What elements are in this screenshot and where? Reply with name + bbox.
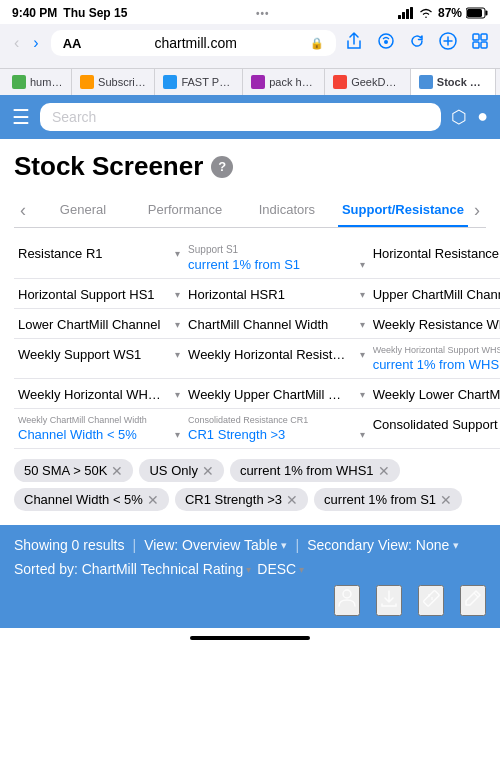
filter-select-11[interactable]: current 1% from WHS1 ▾ bbox=[373, 357, 500, 372]
filter-select-16[interactable]: CR1 Strength >3 ▾ bbox=[188, 427, 365, 442]
chevron-icon-6: ▾ bbox=[175, 319, 180, 330]
tag-remove-3[interactable]: ✕ bbox=[147, 493, 159, 507]
tab-prev-button[interactable]: ‹ bbox=[14, 200, 32, 221]
tag-0[interactable]: 50 SMA > 50K ✕ bbox=[14, 459, 133, 482]
filter-value-0: Resistance R1 bbox=[18, 246, 103, 261]
filter-cell-8: Weekly Resistance WR1 ▾ bbox=[369, 309, 500, 339]
filter-select-10[interactable]: Weekly Horizontal Resistan... ▾ bbox=[188, 347, 365, 362]
home-bar bbox=[190, 636, 310, 640]
profile-icon[interactable]: ● bbox=[477, 106, 488, 128]
filter-select-7[interactable]: ChartMill Channel Width ▾ bbox=[188, 317, 365, 332]
tab-favicon bbox=[251, 75, 265, 89]
filter-select-8[interactable]: Weekly Resistance WR1 ▾ bbox=[373, 317, 500, 332]
cast-icon[interactable]: ⬡ bbox=[451, 106, 467, 128]
reload-button[interactable] bbox=[408, 32, 426, 55]
filter-select-0[interactable]: Resistance R1 ▾ bbox=[18, 246, 180, 261]
edit-button[interactable] bbox=[460, 585, 486, 616]
tag-5[interactable]: current 1% from S1 ✕ bbox=[314, 488, 462, 511]
lock-icon: 🔒 bbox=[310, 37, 324, 50]
tab-packhacker[interactable]: pack hacker... bbox=[243, 69, 325, 95]
tabs-bar: humhub-b Subscription... FAST Pack Li...… bbox=[0, 68, 500, 95]
filter-select-6[interactable]: Lower ChartMill Channel ▾ bbox=[18, 317, 180, 332]
tab-fastpack[interactable]: FAST Pack Li... bbox=[155, 69, 243, 95]
screener-tabs: ‹ General Performance Indicators Support… bbox=[14, 194, 486, 228]
person-icon bbox=[336, 587, 358, 609]
app-topbar: ☰ Search ⬡ ● bbox=[0, 95, 500, 139]
svg-point-16 bbox=[343, 590, 351, 598]
new-tab-button[interactable] bbox=[438, 31, 458, 56]
view-chevron: ▾ bbox=[281, 539, 287, 552]
filter-select-3[interactable]: Horizontal Support HS1 ▾ bbox=[18, 287, 180, 302]
svg-rect-5 bbox=[485, 11, 487, 16]
tag-remove-0[interactable]: ✕ bbox=[111, 464, 123, 478]
filter-value-8: Weekly Resistance WR1 bbox=[373, 317, 500, 332]
tag-remove-4[interactable]: ✕ bbox=[286, 493, 298, 507]
secondary-view-select[interactable]: Secondary View: None ▾ bbox=[307, 537, 459, 553]
tab-stockscreener[interactable]: Stock Scree... bbox=[411, 69, 496, 95]
portfolio-button[interactable] bbox=[334, 585, 360, 616]
filter-select-13[interactable]: Weekly Upper ChartMill Ch... ▾ bbox=[188, 387, 365, 402]
sort-select[interactable]: Sorted by: ChartMill Technical Rating ▾ bbox=[14, 561, 251, 577]
filter-value-7: ChartMill Channel Width bbox=[188, 317, 328, 332]
download-button[interactable] bbox=[376, 585, 402, 616]
filter-label-16: Consolidated Resistance CR1 bbox=[188, 415, 365, 425]
tab-indicators[interactable]: Indicators bbox=[236, 194, 338, 227]
airdrop-button[interactable] bbox=[376, 31, 396, 56]
search-box[interactable]: Search bbox=[40, 103, 441, 131]
filter-value-1: current 1% from S1 bbox=[188, 257, 300, 272]
chevron-icon-3: ▾ bbox=[175, 289, 180, 300]
tab-geekdad[interactable]: GeekDad Re... bbox=[325, 69, 411, 95]
filter-label-1: Support S1 bbox=[188, 244, 365, 255]
back-button[interactable]: ‹ bbox=[10, 32, 23, 54]
filter-select-14[interactable]: Weekly Lower ChartMill Ch... ▾ bbox=[373, 387, 500, 402]
tab-subscription[interactable]: Subscription... bbox=[72, 69, 155, 95]
airdrop-icon bbox=[376, 31, 396, 51]
tag-1[interactable]: US Only ✕ bbox=[139, 459, 223, 482]
chevron-icon-9: ▾ bbox=[175, 349, 180, 360]
filter-select-9[interactable]: Weekly Support WS1 ▾ bbox=[18, 347, 180, 362]
filter-select-17[interactable]: Consolidated Support CS1 ▾ bbox=[373, 417, 500, 432]
tab-support-resistance[interactable]: Support/Resistance bbox=[338, 194, 468, 227]
filter-value-16: CR1 Strength >3 bbox=[188, 427, 285, 442]
wifi-icon bbox=[418, 7, 434, 19]
chevron-icon-4: ▾ bbox=[360, 289, 365, 300]
address-text: chartmill.com bbox=[85, 35, 306, 51]
filter-select-15[interactable]: Channel Width < 5% ▾ bbox=[18, 427, 180, 442]
sort-direction-select[interactable]: DESC ▾ bbox=[257, 561, 304, 577]
tag-3[interactable]: Channel Width < 5% ✕ bbox=[14, 488, 169, 511]
filter-select-1[interactable]: current 1% from S1 ▾ bbox=[188, 257, 365, 272]
sort-chevron: ▾ bbox=[246, 564, 251, 575]
filter-cell-10: Weekly Horizontal Resistan... ▾ bbox=[184, 339, 369, 379]
hamburger-button[interactable]: ☰ bbox=[12, 105, 30, 129]
filter-select-4[interactable]: Horizontal HSR1 ▾ bbox=[188, 287, 365, 302]
tag-2[interactable]: current 1% from WHS1 ✕ bbox=[230, 459, 400, 482]
tag-remove-5[interactable]: ✕ bbox=[440, 493, 452, 507]
topbar-icons: ⬡ ● bbox=[451, 106, 488, 128]
filter-select-12[interactable]: Weekly Horizontal WHSR1 ▾ bbox=[18, 387, 180, 402]
address-bar[interactable]: AA chartmill.com 🔒 bbox=[51, 30, 336, 56]
tab-label: GeekDad Re... bbox=[351, 76, 402, 88]
signal-icon bbox=[398, 7, 414, 19]
status-left: 9:40 PM Thu Sep 15 bbox=[12, 6, 127, 20]
tab-performance[interactable]: Performance bbox=[134, 194, 236, 227]
ruler-icon bbox=[420, 587, 442, 609]
help-button[interactable]: ? bbox=[211, 156, 233, 178]
secondary-chevron: ▾ bbox=[453, 539, 459, 552]
tab-humhub[interactable]: humhub-b bbox=[4, 69, 72, 95]
tag-label-3: Channel Width < 5% bbox=[24, 492, 143, 507]
filter-cell-13: Weekly Upper ChartMill Ch... ▾ bbox=[184, 379, 369, 409]
tag-4[interactable]: CR1 Strength >3 ✕ bbox=[175, 488, 308, 511]
tabs-grid-button[interactable] bbox=[470, 31, 490, 56]
share-button[interactable] bbox=[344, 31, 364, 56]
measure-button[interactable] bbox=[418, 585, 444, 616]
download-icon bbox=[378, 587, 400, 609]
view-select[interactable]: View: Overview Table ▾ bbox=[144, 537, 287, 553]
tag-remove-2[interactable]: ✕ bbox=[378, 464, 390, 478]
filter-select-2[interactable]: Horizontal Resistance HR1 ▾ bbox=[373, 246, 500, 261]
tab-next-button[interactable]: › bbox=[468, 200, 486, 221]
forward-button[interactable]: › bbox=[29, 32, 42, 54]
tab-general[interactable]: General bbox=[32, 194, 134, 227]
battery-level: 87% bbox=[438, 6, 462, 20]
tag-remove-1[interactable]: ✕ bbox=[202, 464, 214, 478]
filter-select-5[interactable]: Upper ChartMill Channel ▾ bbox=[373, 287, 500, 302]
